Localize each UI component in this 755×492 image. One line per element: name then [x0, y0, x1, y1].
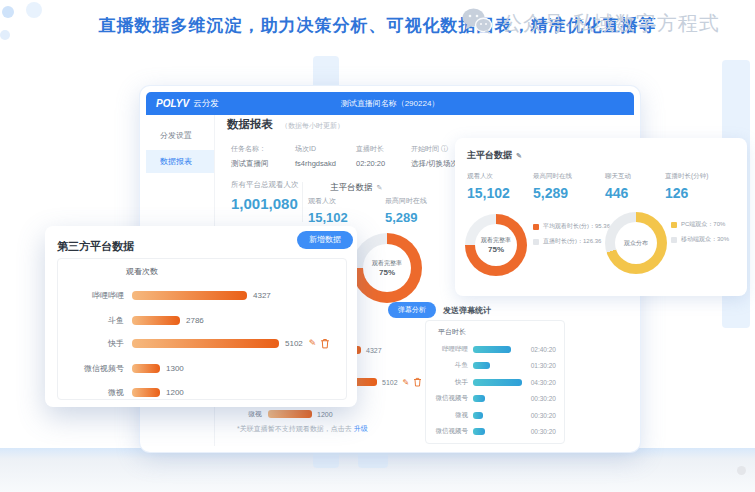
- upgrade-link[interactable]: 升级: [354, 425, 368, 432]
- filter-value: 测试直播间: [231, 159, 269, 169]
- views-bar-chart: 观看次数 哔哩哔哩 4327 斗鱼 2786 快手 5102 ✎: [57, 258, 347, 400]
- bar: [132, 291, 247, 300]
- chart-row: 斗鱼 01:30:20: [426, 359, 564, 371]
- app-header: 测试直播间名称（290224） POLYV 云分发: [146, 92, 634, 115]
- deco-dot: [737, 466, 746, 475]
- legend: 平均观看时长(分)：95.36 直播时长(分)：126.36: [533, 222, 610, 252]
- footer-label: 公众号·私域数字方程式: [502, 10, 720, 37]
- donut-center: 观看完整率 75%: [363, 244, 411, 292]
- bar: [132, 364, 160, 373]
- sidebar-item-report[interactable]: 数据报表: [146, 150, 214, 173]
- chart-row: 快手 04:30:20: [426, 376, 564, 388]
- main-platform-heading: 主平台数据✎: [330, 182, 382, 194]
- total-views-stat: 所有平台总观看人次 1,001,080: [231, 180, 299, 212]
- chart-row: 哔哩哔哩 02:40:20: [426, 343, 564, 355]
- room-title: 测试直播间名称（290224）: [146, 98, 634, 109]
- audience-donut-chart: 观众分布: [605, 212, 667, 274]
- report-heading-note: （数据每小时更新）: [281, 121, 344, 131]
- card-title: 第三方平台数据: [57, 239, 134, 254]
- wechat-icon: [462, 8, 492, 39]
- peak-online-stat: 最高同时在线 5,289: [533, 172, 572, 201]
- chart-row: 哔哩哔哩 4327: [62, 289, 271, 301]
- legend-item: 移动端观众：30%: [671, 235, 729, 244]
- chart-title: 平台时长: [438, 327, 466, 337]
- peak-online-stat: 最高同时在线 5,289: [385, 196, 427, 225]
- chart-row: 微信视频号 1300: [62, 362, 184, 374]
- danmaku-section-title: 发送弹幕统计: [443, 305, 491, 316]
- chart-title: 观看次数: [126, 266, 158, 277]
- chart-row: 斗鱼 2786: [62, 314, 204, 326]
- session-switcher[interactable]: 选择/切换场次: [411, 159, 458, 169]
- footer: 公众号·私域数字方程式: [462, 8, 720, 39]
- chart-row: 微视 1200: [202, 409, 333, 419]
- brand-logo: POLYV: [156, 98, 189, 109]
- chart-row: 微视 00:30:20: [426, 409, 564, 421]
- chart-row: 快手 5102 ✎: [62, 337, 330, 349]
- info-icon: ⓘ: [441, 145, 448, 152]
- donut-center: 观看完整率 75%: [475, 224, 517, 266]
- views-stat: 观看人次 15,102: [308, 196, 348, 225]
- edit-icon[interactable]: ✎: [377, 184, 383, 191]
- bar: [268, 410, 312, 418]
- trash-icon[interactable]: [413, 377, 422, 387]
- panel-title: 主平台数据✎: [467, 149, 522, 162]
- chart-row: 微信视频号 00:30:20: [426, 425, 564, 437]
- chart-footnote: *关联直播暂不支持观看数据，点击去 升级: [237, 424, 368, 434]
- promo-image: 直播数据多维沉淀，助力决策分析、可视化数据图表，精准优化直播等 测试直播间名称（…: [0, 0, 755, 492]
- edit-icon[interactable]: ✎: [403, 378, 410, 387]
- chart-row: 微信视频号 00:30:20: [426, 392, 564, 404]
- divider: [302, 182, 303, 222]
- bar: [473, 346, 511, 353]
- filter-value: 02:20:20: [356, 159, 385, 168]
- filter-label: 开始时间 ⓘ: [411, 144, 458, 154]
- stat-value: 5,289: [385, 210, 427, 225]
- main-platform-panel: 主平台数据✎ 观看人次 15,102 最高同时在线 5,289 聊天互动 446…: [455, 138, 747, 296]
- legend-swatch: [671, 222, 677, 228]
- edit-icon[interactable]: ✎: [309, 338, 317, 348]
- legend-swatch: [671, 237, 677, 243]
- stat-value: 15,102: [308, 210, 348, 225]
- filter-label: 任务名称：: [231, 144, 269, 154]
- filter-task-name: 任务名称： 测试直播间: [231, 144, 269, 169]
- views-stat: 观看人次 15,102: [467, 172, 510, 201]
- legend-swatch: [533, 224, 539, 230]
- legend-item: PC端观众：70%: [671, 220, 729, 229]
- legend-item: 平均观看时长(分)：95.36: [533, 222, 610, 231]
- stat-label: 最高同时在线: [385, 196, 427, 206]
- stat-label: 观看人次: [308, 196, 348, 206]
- bar: [473, 362, 490, 369]
- filter-start-time: 开始时间 ⓘ 选择/切换场次: [411, 144, 458, 169]
- bar: [132, 339, 279, 348]
- chat-interactions-stat: 聊天互动 446: [605, 172, 631, 201]
- donut-center: 观众分布: [615, 222, 657, 264]
- trash-icon[interactable]: [320, 338, 330, 349]
- live-duration-stat: 直播时长(分钟) 126: [665, 172, 708, 201]
- report-heading-row: 数据报表 （数据每小时更新）: [227, 117, 344, 132]
- platform-duration-chart: 平台时长 哔哩哔哩 02:40:20 斗鱼 01:30:20 快手 04:30:…: [425, 320, 565, 444]
- report-heading: 数据报表: [227, 117, 273, 132]
- filter-duration: 直播时长 02:20:20: [356, 144, 385, 168]
- chart-row: 微视 1200: [62, 386, 184, 398]
- filter-label: 直播时长: [356, 144, 385, 154]
- bar: [473, 428, 485, 435]
- bar: [132, 316, 180, 325]
- bar: [473, 379, 522, 386]
- third-party-data-card: 第三方平台数据 新增数据 观看次数 哔哩哔哩 4327 斗鱼 2786 快手 5…: [45, 226, 357, 407]
- bar: [473, 412, 483, 419]
- brand-suffix: 云分发: [193, 98, 219, 110]
- stat-label: 所有平台总观看人次: [231, 180, 299, 190]
- filter-session-id: 场次ID fs4rhgdsakd: [295, 144, 336, 168]
- add-data-button[interactable]: 新增数据: [297, 231, 353, 249]
- legend: PC端观众：70% 移动端观众：30%: [671, 220, 729, 250]
- filter-value: fs4rhgdsakd: [295, 159, 336, 168]
- danmaku-analysis-button[interactable]: 弹幕分析: [388, 302, 436, 318]
- legend-item: 直播时长(分)：126.36: [533, 237, 610, 246]
- completion-donut-chart: 观看完整率 75%: [465, 214, 527, 276]
- bar: [132, 388, 160, 397]
- completion-donut-chart: 观看完整率 75%: [352, 233, 422, 303]
- legend-swatch: [533, 239, 539, 245]
- filter-label: 场次ID: [295, 144, 336, 154]
- edit-icon[interactable]: ✎: [516, 152, 522, 159]
- sidebar-item-distribution[interactable]: 分发设置: [146, 125, 214, 146]
- bar: [473, 395, 485, 402]
